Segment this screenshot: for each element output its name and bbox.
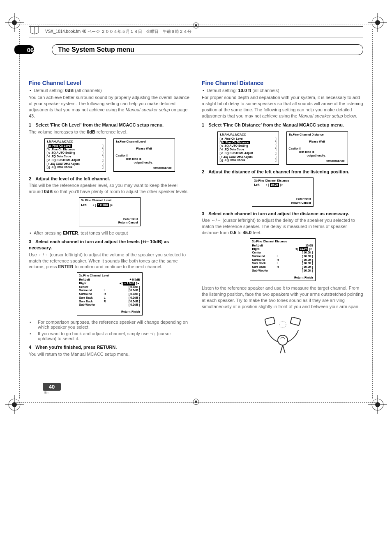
sub-bullet-2: If you want to go back and adjust a chan… [29,331,190,341]
crop-line-left [19,29,20,398]
svg-point-21 [279,321,286,328]
page-number: 40 [43,383,61,391]
registration-mark-tl [4,12,25,33]
r-step-3: 3Select each channel in turn and adjust … [202,211,363,217]
osd-fine-ch-level-wait: 3a.Fine Channel Level Please Wait Cautio… [113,138,175,172]
r-step-3-body: Use ←/→ (cursor left/right) to adjust th… [202,217,363,236]
book-icon [29,24,40,35]
after-enter-bullet: After pressing ENTER, test tones will be… [29,230,190,235]
step-4-body: You will return to the Manual MCACC setu… [29,351,190,357]
osd-manual-mcacc: 3.MANUAL MCACC [ a .Fine Ch Level ] [ b … [44,138,106,172]
chapter-title-wrap: The System Setup menu [52,44,363,55]
intro-paragraph-r: For proper sound depth and separation wi… [202,94,363,119]
osd-all-distances: 3b.Fine Channel Distance Ref:Left10.0ft … [250,238,316,281]
heading-fine-channel-distance: Fine Channel Distance [202,80,363,86]
page-footer: 40 En [43,383,61,394]
center-mark-bottom [192,398,200,406]
arrow-left-icon: ← [38,252,43,257]
chapter-number: 06 [14,45,34,54]
svg-rect-19 [265,317,275,325]
chapter-title: The System Setup menu [58,46,351,53]
default-bullet-r: Default setting: 10.0 ft (all channels) [202,88,363,93]
arrow-right-icon: → [44,252,48,257]
arrow-left-icon: ← [211,218,216,223]
svg-point-24 [195,401,197,403]
r-step-1: 1Select 'Fine Ch Distance' from the Manu… [202,122,363,128]
osd-left-distance: 3b.Fine Channel Distance Left [ 10.0ft ]… [252,177,314,207]
osd-left-level: 3a.Fine Channel Level Left [ + 0.5dB ] E… [79,197,141,226]
step-2-body: This will be the reference speaker level… [29,182,190,195]
registration-mark-tr [367,12,388,33]
crop-line-right [372,29,373,398]
r-step-2: 2Adjust the distance of the left channel… [202,169,363,175]
listener-diagram [202,314,363,356]
arrow-right-icon: → [217,218,221,223]
page-lang: En [44,391,61,394]
sub-bullet-1: For comparison purposes, the reference s… [29,320,190,329]
osd-all-levels: 3a.Fine Channel Level Ref:Left+ 0.5dB Ri… [77,272,143,315]
step-1: 1Select 'Fine Ch Level' from the Manual … [29,122,190,128]
right-column: Fine Channel Distance Default setting: 1… [202,80,363,358]
intro-paragraph: You can achieve better surround sound by… [29,94,190,119]
step-3: 3Select each channel in turn and adjust … [29,239,190,251]
default-bullet: Default setting: 0dB (all channels) [29,88,190,93]
chapter-header: 06 The System Setup menu [29,44,363,55]
registration-mark-bl [4,394,25,415]
step-4: 4When you're finished, press RETURN. [29,344,190,350]
left-column: Fine Channel Level Default setting: 0dB … [29,80,190,358]
framemaker-header-text: VSX_1014.book.fm 40 ページ ２００４年５月１４日 金曜日 午… [45,29,191,34]
registration-mark-br [367,394,388,415]
svg-point-22 [278,335,288,345]
osd-manual-mcacc-r: 3.MANUAL MCACC [ a .Fine Ch Level ] [ b … [217,131,279,165]
outro-paragraph: Listen to the reference speaker and use … [202,285,363,309]
heading-fine-channel-level: Fine Channel Level [29,80,190,86]
framemaker-header: VSX_1014.book.fm 40 ページ ２００４年５月１４日 金曜日 午… [29,26,363,37]
arrow-up-icon: ↑ [150,331,152,336]
step-2: 2Adjust the level of the left channel. [29,176,190,182]
step-3-body: Use ←/→ (cursor left/right) to adjust th… [29,252,190,270]
osd-fine-ch-distance-wait: 3b.Fine Channel Distance Please Wait Cau… [286,131,348,165]
svg-rect-20 [290,317,300,325]
step-1-sub: The volume increases to the 0dB referenc… [29,129,190,135]
